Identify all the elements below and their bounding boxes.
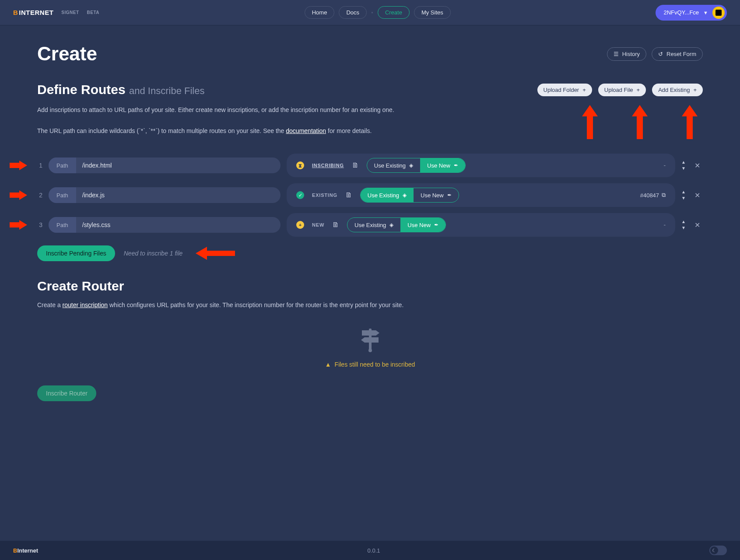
warning-icon: ▲ [325,361,331,368]
annotation-arrow-right [10,190,27,200]
moon-icon: ☾ [710,546,718,554]
svg-marker-0 [582,105,598,139]
use-existing-button[interactable]: Use Existing◈ [361,188,414,202]
annotation-arrow-right [10,161,27,170]
svg-marker-4 [10,190,27,200]
nav-docs[interactable]: Docs [339,6,367,19]
reset-icon: ↺ [658,51,663,57]
reset-form-button[interactable]: ↺ Reset Form [652,47,703,61]
svg-marker-5 [10,220,27,230]
path-input[interactable] [76,158,281,173]
use-new-button[interactable]: Use New✒ [414,188,459,202]
wallet-address: 2NFvQY...Fce [663,9,699,16]
annotation-arrow-up [632,105,648,139]
status-label[interactable]: INSCRIBING [312,163,344,168]
history-button[interactable]: ☰ History [607,47,646,61]
logo-b: B [13,9,18,16]
router-heading: Create Router [37,279,703,294]
feather-icon: ✒ [454,162,458,168]
path-label: Path [49,187,76,203]
move-up-button[interactable]: ▲ [681,220,686,224]
documentation-link[interactable]: documentation [286,127,326,134]
inscription-number: - [663,162,666,169]
document-icon[interactable]: 🗎 [332,221,339,229]
feather-icon: ✒ [434,222,438,228]
document-icon[interactable]: 🗎 [352,161,359,169]
logo[interactable]: B INTERNET [13,9,53,16]
use-new-button[interactable]: Use New✒ [420,158,465,172]
move-down-button[interactable]: ▼ [681,226,686,230]
nav-mysites[interactable]: My Sites [414,6,451,19]
use-existing-button[interactable]: Use Existing◈ [367,158,420,172]
move-up-button[interactable]: ▲ [681,160,686,164]
annotation-arrow-left [196,247,235,260]
remove-row-button[interactable]: ✕ [692,191,703,200]
wallet-selector[interactable]: 2NFvQY...Fce ▼ [656,5,727,21]
feather-icon: ✒ [447,192,452,198]
beta-badge: BETA [87,10,99,15]
plus-icon: + [637,87,640,93]
target-icon: ◈ [403,192,407,198]
signpost-icon [358,326,382,352]
document-icon[interactable]: 🗎 [345,191,352,199]
inscribe-router-button[interactable]: Inscribe Router [37,385,96,401]
router-inscription-link[interactable]: router inscription [63,301,108,308]
app-header: B INTERNET SIGNET BETA Home Docs ● Creat… [0,0,740,25]
remove-row-button[interactable]: ✕ [692,221,703,229]
logo-text: INTERNET [19,9,53,16]
remove-row-button[interactable]: ✕ [692,161,703,170]
path-label: Path [49,158,76,173]
check-icon: ✓ [296,191,304,199]
nav-home[interactable]: Home [305,6,335,19]
status-label: EXISTING [312,192,337,198]
target-icon: ◈ [389,222,393,228]
router-description: Create a router inscription which config… [37,301,703,308]
plus-icon: + [693,87,697,93]
svg-marker-3 [10,161,27,170]
path-label: Path [49,217,76,233]
path-input[interactable] [76,217,281,233]
target-icon: ◈ [409,162,413,168]
pending-hint: Need to inscribe 1 file [124,250,183,257]
path-input[interactable] [76,187,281,203]
plus-icon: + [296,221,304,229]
inscription-number: - [663,221,666,228]
route-row: 1 Path ⧗ INSCRIBING 🗎 Use Existing◈ Use … [37,154,703,177]
move-down-button[interactable]: ▼ [681,196,686,200]
svg-marker-6 [196,247,235,260]
plus-icon: + [582,87,586,93]
row-number: 3 [37,221,42,228]
mode-toggle: Use Existing◈ Use New✒ [360,188,459,203]
footer: BInternet 0.0.1 ☾ [0,541,740,560]
avatar [712,7,725,19]
main-nav: Home Docs ● Create My Sites [305,6,451,19]
nav-separator: ● [371,10,373,14]
use-existing-button[interactable]: Use Existing◈ [347,218,400,232]
version-label: 0.0.1 [368,547,380,554]
list-icon: ☰ [614,51,619,57]
mode-toggle: Use Existing◈ Use New✒ [347,217,446,232]
inscribe-pending-button[interactable]: Inscribe Pending Files [37,245,115,261]
svg-marker-1 [632,105,648,139]
use-new-button[interactable]: Use New✒ [400,218,445,232]
upload-folder-button[interactable]: Upload Folder + [537,84,592,96]
routes-heading: Define Routes and Inscribe Files [37,82,204,97]
external-link-icon: ⧉ [662,192,666,199]
row-number: 1 [37,162,42,169]
upload-file-button[interactable]: Upload File + [598,84,646,96]
route-row: 3 Path + NEW 🗎 Use Existing◈ Use New✒ - … [37,213,703,237]
svg-marker-2 [682,105,698,139]
footer-logo[interactable]: BInternet [13,547,38,554]
nav-create[interactable]: Create [378,6,410,19]
annotation-arrow-right [10,220,27,230]
move-up-button[interactable]: ▲ [681,190,686,194]
hourglass-icon: ⧗ [296,161,304,169]
inscription-link[interactable]: #40847 ⧉ [640,192,666,199]
row-number: 2 [37,192,42,199]
annotation-arrow-up [582,105,598,139]
add-existing-button[interactable]: Add Existing + [652,84,703,96]
svg-point-8 [368,349,372,352]
annotation-arrow-up [682,105,698,139]
move-down-button[interactable]: ▼ [681,166,686,171]
theme-toggle[interactable]: ☾ [709,546,727,555]
